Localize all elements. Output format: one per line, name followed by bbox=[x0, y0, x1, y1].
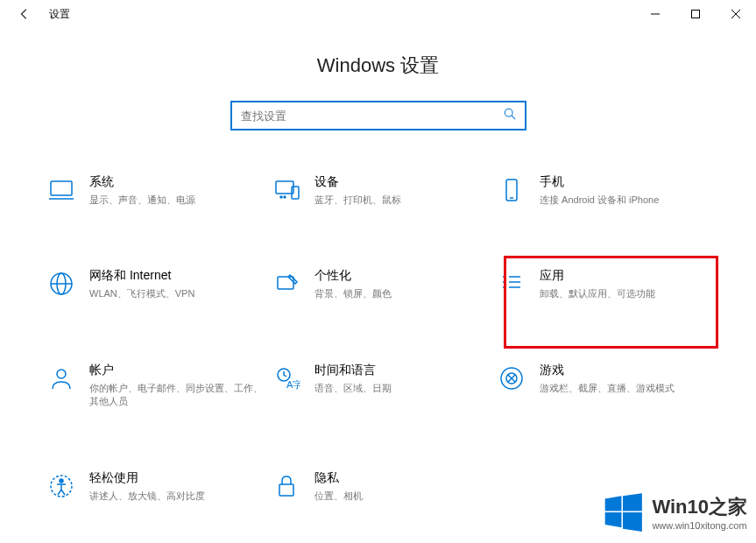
svg-rect-9 bbox=[292, 187, 299, 199]
tile-privacy[interactable]: 隐私 位置、相机 bbox=[272, 470, 489, 503]
back-button[interactable] bbox=[7, 0, 42, 28]
tile-devices[interactable]: 设备 蓝牙、打印机、鼠标 bbox=[272, 174, 489, 207]
tile-ease-of-access[interactable]: 轻松使用 讲述人、放大镜、高对比度 bbox=[47, 470, 264, 503]
tile-desc: 显示、声音、通知、电源 bbox=[89, 194, 264, 207]
gaming-icon bbox=[498, 364, 526, 392]
accounts-icon bbox=[47, 364, 75, 392]
tile-desc: 连接 Android 设备和 iPhone bbox=[540, 194, 714, 207]
tile-apps[interactable]: 应用 卸载、默认应用、可选功能 bbox=[498, 268, 714, 300]
search-container bbox=[0, 101, 756, 130]
personalization-icon bbox=[272, 270, 300, 298]
ease-of-access-icon bbox=[47, 472, 75, 500]
tile-desc: 背景、锁屏、颜色 bbox=[314, 287, 489, 300]
tile-system[interactable]: 系统 显示、声音、通知、电源 bbox=[47, 174, 264, 207]
tile-title: 时间和语言 bbox=[314, 363, 489, 378]
tile-accounts[interactable]: 帐户 你的帐户、电子邮件、同步设置、工作、其他人员 bbox=[47, 363, 264, 409]
tile-personalization[interactable]: 个性化 背景、锁屏、颜色 bbox=[272, 268, 489, 300]
svg-point-30 bbox=[60, 479, 63, 483]
tile-time-language[interactable]: A字 时间和语言 语音、区域、日期 bbox=[272, 363, 489, 409]
tile-title: 手机 bbox=[540, 174, 714, 190]
tile-phone[interactable]: 手机 连接 Android 设备和 iPhone bbox=[498, 174, 714, 207]
search-box[interactable] bbox=[230, 101, 526, 130]
search-input[interactable] bbox=[241, 109, 504, 123]
windows-logo-icon bbox=[601, 490, 645, 534]
tile-title: 网络和 Internet bbox=[89, 268, 264, 284]
svg-point-4 bbox=[505, 109, 512, 116]
tile-desc: 位置、相机 bbox=[314, 490, 489, 503]
tile-title: 轻松使用 bbox=[89, 470, 264, 486]
tile-desc: WLAN、飞行模式、VPN bbox=[89, 287, 264, 300]
globe-icon bbox=[47, 270, 75, 298]
title-bar: 设置 bbox=[0, 0, 756, 28]
tile-title: 设备 bbox=[314, 174, 489, 190]
settings-grid: 系统 显示、声音、通知、电源 设备 蓝牙、打印机、鼠标 手机 连接 Androi… bbox=[0, 174, 756, 503]
svg-text:A字: A字 bbox=[286, 379, 300, 390]
tile-title: 游戏 bbox=[540, 363, 714, 378]
tile-title: 应用 bbox=[540, 268, 714, 284]
svg-rect-1 bbox=[692, 11, 700, 18]
page-title: Windows 设置 bbox=[0, 53, 756, 79]
tile-gaming[interactable]: 游戏 游戏栏、截屏、直播、游戏模式 bbox=[498, 363, 714, 409]
system-icon bbox=[47, 176, 75, 204]
tile-title: 系统 bbox=[89, 174, 264, 190]
watermark: Win10之家 www.win10xitong.com bbox=[601, 490, 747, 534]
lock-icon bbox=[272, 472, 300, 500]
svg-rect-17 bbox=[278, 277, 293, 289]
watermark-title: Win10之家 bbox=[652, 494, 747, 520]
time-language-icon: A字 bbox=[272, 364, 300, 392]
devices-icon bbox=[272, 176, 300, 204]
phone-icon bbox=[498, 176, 526, 204]
tile-desc: 语音、区域、日期 bbox=[314, 382, 489, 395]
tile-desc: 你的帐户、电子邮件、同步设置、工作、其他人员 bbox=[89, 382, 264, 409]
svg-point-10 bbox=[280, 196, 282, 198]
tile-desc: 蓝牙、打印机、鼠标 bbox=[314, 194, 489, 207]
svg-line-5 bbox=[512, 116, 515, 119]
tile-title: 隐私 bbox=[314, 470, 489, 486]
tile-desc: 游戏栏、截屏、直播、游戏模式 bbox=[540, 382, 714, 395]
tile-title: 帐户 bbox=[89, 363, 264, 378]
search-icon bbox=[504, 108, 516, 123]
tile-title: 个性化 bbox=[314, 268, 489, 284]
maximize-button[interactable] bbox=[675, 0, 716, 28]
close-button[interactable] bbox=[716, 0, 756, 28]
tile-desc: 卸载、默认应用、可选功能 bbox=[540, 287, 714, 300]
apps-icon bbox=[498, 270, 526, 298]
window-title: 设置 bbox=[49, 7, 70, 22]
tile-network[interactable]: 网络和 Internet WLAN、飞行模式、VPN bbox=[47, 268, 264, 300]
svg-point-24 bbox=[57, 370, 66, 378]
svg-rect-31 bbox=[279, 484, 293, 496]
tile-desc: 讲述人、放大镜、高对比度 bbox=[89, 490, 264, 503]
window-controls bbox=[635, 0, 756, 28]
minimize-button[interactable] bbox=[635, 0, 675, 28]
watermark-url: www.win10xitong.com bbox=[652, 520, 747, 531]
svg-point-11 bbox=[284, 196, 286, 198]
svg-rect-6 bbox=[51, 181, 72, 195]
svg-rect-8 bbox=[276, 181, 293, 194]
